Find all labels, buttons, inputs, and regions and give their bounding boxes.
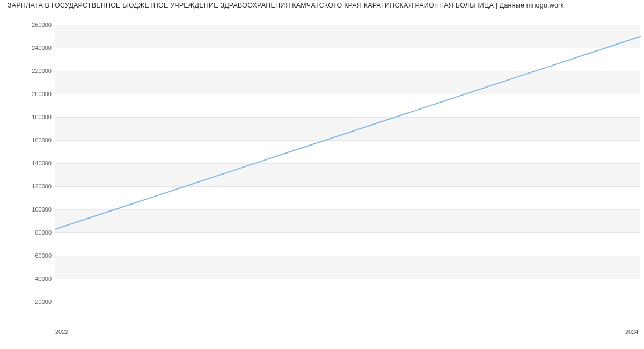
y-tick-label: 120000 bbox=[9, 183, 52, 190]
plot-area bbox=[55, 13, 640, 325]
series-line bbox=[55, 37, 640, 229]
y-tick-label: 260000 bbox=[9, 21, 52, 28]
line-series bbox=[55, 13, 640, 325]
y-tick-label: 140000 bbox=[9, 160, 52, 166]
chart-title: ЗАРПЛАТА В ГОСУДАРСТВЕННОЕ БЮДЖЕТНОЕ УЧР… bbox=[8, 2, 640, 9]
y-tick-label: 200000 bbox=[9, 91, 52, 97]
y-tick-label: 220000 bbox=[9, 68, 52, 74]
y-tick-label: 160000 bbox=[9, 137, 52, 143]
y-tick-label: 100000 bbox=[9, 206, 52, 213]
y-tick-label: 180000 bbox=[9, 114, 52, 120]
y-tick-label: 240000 bbox=[9, 45, 52, 51]
x-tick-label: 2022 bbox=[55, 329, 68, 335]
x-tick-label: 2024 bbox=[625, 329, 638, 335]
chart-container: ЗАРПЛАТА В ГОСУДАРСТВЕННОЕ БЮДЖЕТНОЕ УЧР… bbox=[0, 0, 644, 349]
y-tick-label: 40000 bbox=[9, 275, 52, 282]
y-tick-label: 20000 bbox=[9, 299, 52, 305]
y-tick-label: 60000 bbox=[9, 252, 52, 259]
y-tick-label: 80000 bbox=[9, 229, 52, 236]
